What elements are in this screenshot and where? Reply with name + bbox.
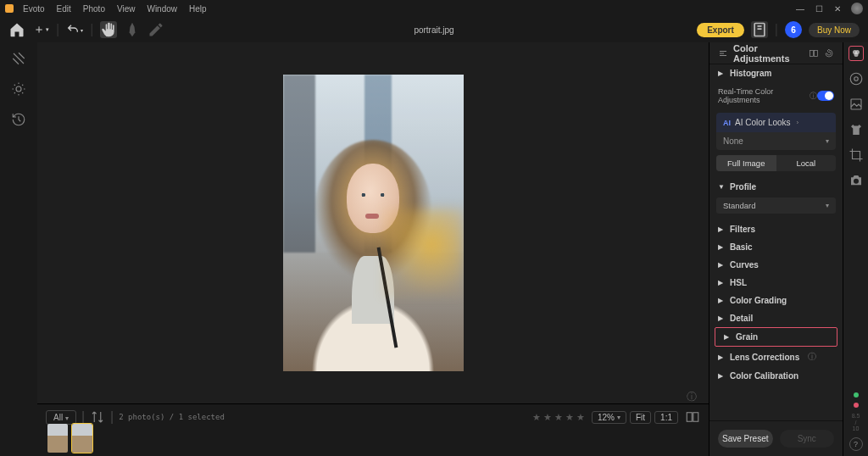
compare-view-icon[interactable] <box>809 48 819 58</box>
maximize-icon[interactable]: ☐ <box>814 3 824 14</box>
close-icon[interactable]: ✕ <box>832 3 843 14</box>
svg-rect-5 <box>815 50 818 56</box>
clothing-tab-icon[interactable] <box>849 122 864 137</box>
pin-tool-icon[interactable] <box>124 21 141 38</box>
panel-title: Color Adjustments <box>733 43 804 64</box>
menu-item[interactable]: Photo <box>77 4 111 14</box>
export-button[interactable]: Export <box>697 23 744 37</box>
section-curves[interactable]: Curves <box>709 256 843 274</box>
hand-tool-icon[interactable] <box>100 21 117 38</box>
reset-icon[interactable] <box>824 48 834 58</box>
zoom-fit-button[interactable]: Fit <box>630 411 651 424</box>
filter-dropdown[interactable]: All ▾ <box>46 410 76 425</box>
camera-tab-icon[interactable] <box>849 173 864 188</box>
seg-local[interactable]: Local <box>776 155 837 171</box>
editor-center: ⓘ All ▾ | | 2 photo(s) / 1 selected ★ ★ … <box>37 42 709 456</box>
menu-item[interactable]: View <box>111 4 142 14</box>
svg-point-9 <box>850 73 862 85</box>
info-icon[interactable]: ⓘ <box>808 351 816 363</box>
preset-icon[interactable] <box>751 21 768 38</box>
section-basic[interactable]: Basic <box>709 238 843 256</box>
home-icon[interactable] <box>8 21 25 38</box>
svg-point-10 <box>854 77 858 81</box>
minimize-icon[interactable]: — <box>795 3 805 14</box>
svg-point-8 <box>854 53 858 57</box>
main-photo <box>283 75 464 371</box>
zoom-1to1-button[interactable]: 1:1 <box>654 411 678 424</box>
filename-label: portrait.jpg <box>414 25 453 35</box>
svg-point-1 <box>16 86 21 92</box>
crop-tab-icon[interactable] <box>849 147 864 163</box>
section-color-calibration[interactable]: Color Calibration <box>709 367 843 385</box>
section-histogram[interactable]: Histogram <box>709 64 843 82</box>
section-filters[interactable]: Filters <box>709 220 843 238</box>
menu-item[interactable]: Evoto <box>17 4 51 14</box>
thumbnail[interactable] <box>72 424 92 453</box>
rating-stars[interactable]: ★ ★ ★ ★ ★ <box>532 412 585 423</box>
avatar[interactable] <box>851 3 863 14</box>
realtime-label: Real-Time Color Adjustments <box>718 87 806 104</box>
zoom-dropdown[interactable]: 12%▾ <box>592 411 626 424</box>
sync-button[interactable]: Sync <box>780 430 835 448</box>
svg-rect-2 <box>687 413 692 422</box>
section-hsl[interactable]: HSL <box>709 274 843 292</box>
info-icon[interactable]: ⓘ <box>810 91 817 102</box>
compare-icon[interactable] <box>685 409 700 425</box>
ai-color-looks-button[interactable]: AI AI Color Looks› <box>716 113 836 132</box>
menu-bar: Evoto Edit Photo View Window Help — ☐ ✕ <box>0 0 868 17</box>
section-color-grading[interactable]: Color Grading <box>709 292 843 309</box>
undo-icon[interactable]: ▾ <box>66 21 83 38</box>
svg-rect-11 <box>851 99 861 109</box>
profile-select[interactable]: Standard▾ <box>716 197 836 214</box>
section-profile[interactable]: Profile <box>709 178 843 196</box>
menu-item[interactable]: Edit <box>51 4 77 14</box>
crop-icon[interactable] <box>11 51 26 66</box>
menu-item[interactable]: Window <box>141 4 183 14</box>
realtime-toggle[interactable] <box>817 91 834 101</box>
svg-rect-3 <box>693 413 698 422</box>
background-tab-icon[interactable] <box>849 97 864 112</box>
buy-now-button[interactable]: Buy Now <box>809 23 860 37</box>
section-detail[interactable]: Detail <box>709 309 843 327</box>
color-adjustments-tab-icon[interactable] <box>849 46 864 61</box>
menu-item[interactable]: Help <box>183 4 213 14</box>
thumbnail[interactable] <box>47 424 68 453</box>
add-icon[interactable]: ＋▾ <box>32 21 49 38</box>
portrait-tab-icon[interactable] <box>849 71 864 86</box>
photo-count-label: 2 photo(s) / 1 selected <box>119 413 225 421</box>
credits-badge[interactable]: 6 <box>785 21 802 38</box>
status-dot-icon <box>854 403 859 408</box>
scope-segmented[interactable]: Full Image Local <box>716 155 836 171</box>
section-grain[interactable]: Grain <box>715 328 837 346</box>
image-canvas[interactable]: ⓘ <box>37 42 709 403</box>
info-icon[interactable]: ⓘ <box>687 390 697 403</box>
ai-look-select[interactable]: None▾ <box>716 132 836 150</box>
app-logo-icon <box>5 4 14 13</box>
help-icon[interactable]: ? <box>849 437 863 451</box>
status-dot-icon <box>854 392 859 398</box>
realtime-toggle-row: Real-Time Color Adjustmentsⓘ <box>709 82 843 109</box>
svg-rect-4 <box>810 50 814 56</box>
adjustments-panel: Color Adjustments Histogram Real-Time Co… <box>709 42 843 456</box>
ai-badge-icon: AI <box>723 119 731 127</box>
edit-tool-icon[interactable] <box>147 21 164 38</box>
score-label: 8.5 / 10 <box>852 413 860 432</box>
panel-settings-icon[interactable] <box>718 48 728 58</box>
sort-icon[interactable] <box>90 409 105 425</box>
left-tool-rail <box>0 42 37 456</box>
save-preset-button[interactable]: Save Preset <box>718 430 773 448</box>
sun-icon[interactable] <box>11 81 26 97</box>
right-tool-rail: 8.5 / 10 ? <box>843 42 868 456</box>
toolbar: ＋▾ | ▾ | portrait.jpg Export | 6 Buy Now <box>0 17 868 42</box>
history-icon[interactable] <box>11 112 26 127</box>
filmstrip: All ▾ | | 2 photo(s) / 1 selected ★ ★ ★ … <box>37 403 709 456</box>
section-lens-corrections[interactable]: Lens Correctionsⓘ <box>709 347 843 367</box>
seg-full-image[interactable]: Full Image <box>716 155 776 171</box>
